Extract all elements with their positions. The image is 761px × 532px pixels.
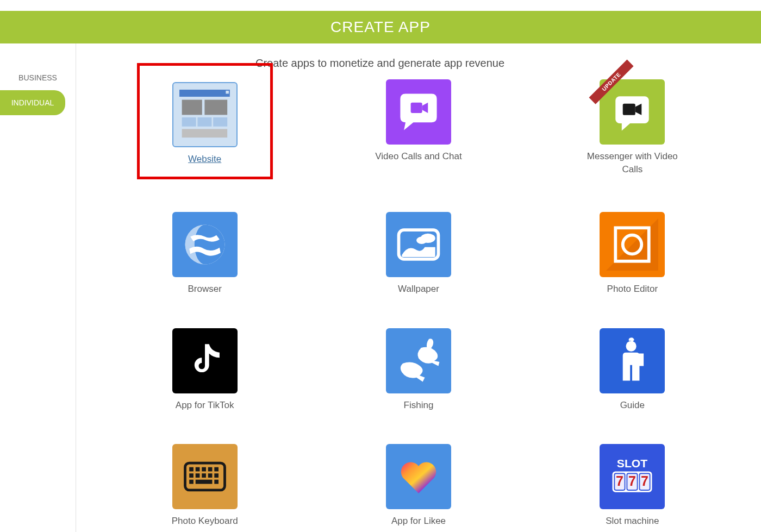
svg-rect-6 bbox=[213, 117, 227, 127]
svg-rect-2 bbox=[182, 99, 202, 115]
svg-rect-7 bbox=[182, 129, 228, 137]
app-label: Guide bbox=[620, 399, 645, 412]
tiktok-icon bbox=[172, 328, 238, 393]
guide-icon bbox=[600, 328, 665, 393]
keyboard-icon bbox=[172, 444, 238, 509]
svg-text:7: 7 bbox=[616, 474, 623, 489]
app-card-video-calls-chat[interactable]: Video Calls and Chat bbox=[372, 79, 465, 179]
svg-rect-21 bbox=[202, 467, 206, 472]
app-card-wallpaper[interactable]: Wallpaper bbox=[372, 212, 465, 296]
app-card-fishing[interactable]: Fishing bbox=[372, 328, 465, 412]
app-card-photo-keyboard[interactable]: Photo Keyboard bbox=[159, 444, 251, 528]
svg-point-17 bbox=[626, 341, 637, 351]
app-card-messenger-video[interactable]: UPDATE Messenger with Video Calls bbox=[586, 79, 678, 179]
header: CREATE APP bbox=[0, 11, 761, 43]
wallpaper-icon bbox=[386, 212, 451, 277]
svg-rect-3 bbox=[205, 99, 228, 115]
app-label: Messenger with Video Calls bbox=[586, 150, 678, 176]
app-card-guide[interactable]: Guide bbox=[586, 328, 678, 412]
main-content: Create apps to monetize and generate app… bbox=[76, 43, 761, 532]
website-icon bbox=[172, 82, 238, 147]
app-card-browser[interactable]: Browser bbox=[159, 212, 251, 296]
video-chat-icon bbox=[386, 79, 451, 145]
svg-text:SLOT: SLOT bbox=[617, 457, 647, 470]
app-label: Photo Keyboard bbox=[172, 515, 238, 528]
messenger-video-icon: UPDATE bbox=[600, 79, 665, 145]
app-label: Fishing bbox=[404, 399, 434, 412]
app-card-website[interactable]: Website bbox=[137, 63, 273, 179]
svg-rect-24 bbox=[189, 474, 194, 478]
sidebar: BUSINESS INDIVIDUAL bbox=[0, 43, 76, 532]
svg-rect-29 bbox=[189, 480, 194, 484]
page-body: BUSINESS INDIVIDUAL Create apps to monet… bbox=[0, 43, 761, 532]
svg-rect-26 bbox=[202, 474, 206, 478]
sidebar-item-individual[interactable]: INDIVIDUAL bbox=[0, 90, 65, 115]
svg-rect-30 bbox=[195, 480, 212, 484]
svg-rect-23 bbox=[214, 467, 219, 472]
app-label: App for Likee bbox=[391, 515, 446, 528]
app-label: Slot machine bbox=[606, 515, 659, 528]
svg-rect-4 bbox=[182, 117, 196, 127]
app-label: Photo Editor bbox=[607, 283, 658, 296]
svg-rect-5 bbox=[198, 117, 212, 127]
app-label: Website bbox=[188, 153, 221, 166]
fishing-icon bbox=[386, 328, 451, 393]
app-card-likee[interactable]: App for Likee bbox=[372, 444, 465, 528]
app-label: App for TikTok bbox=[176, 399, 234, 412]
svg-rect-31 bbox=[214, 480, 219, 484]
likee-heart-icon bbox=[386, 444, 451, 509]
svg-text:7: 7 bbox=[628, 474, 636, 489]
svg-rect-8 bbox=[411, 103, 422, 113]
app-label: Video Calls and Chat bbox=[375, 150, 461, 163]
svg-text:7: 7 bbox=[641, 474, 648, 489]
top-spacer bbox=[0, 0, 761, 11]
svg-rect-1 bbox=[226, 90, 229, 93]
svg-rect-19 bbox=[189, 467, 194, 472]
browser-globe-icon bbox=[172, 212, 238, 277]
page-subtitle: Create apps to monetize and generate app… bbox=[255, 57, 739, 70]
app-card-photo-editor[interactable]: Photo Editor bbox=[586, 212, 678, 296]
svg-rect-10 bbox=[623, 104, 635, 115]
sidebar-item-business[interactable]: BUSINESS bbox=[0, 65, 76, 90]
app-label: Wallpaper bbox=[398, 283, 439, 296]
app-card-slot-machine[interactable]: SLOT777 Slot machine bbox=[586, 444, 678, 528]
app-grid: Website Video Calls and Chat UPDATE Mess… bbox=[98, 79, 739, 528]
svg-rect-27 bbox=[208, 474, 212, 478]
svg-rect-22 bbox=[208, 467, 212, 472]
svg-rect-25 bbox=[195, 474, 199, 478]
app-card-tiktok[interactable]: App for TikTok bbox=[159, 328, 251, 412]
page-title: CREATE APP bbox=[330, 18, 431, 36]
svg-rect-20 bbox=[195, 467, 199, 472]
svg-rect-28 bbox=[214, 474, 219, 478]
svg-rect-0 bbox=[179, 90, 230, 97]
photo-editor-icon bbox=[600, 212, 665, 277]
svg-point-14 bbox=[416, 236, 427, 243]
app-label: Browser bbox=[188, 283, 221, 296]
slot-machine-icon: SLOT777 bbox=[600, 444, 665, 509]
